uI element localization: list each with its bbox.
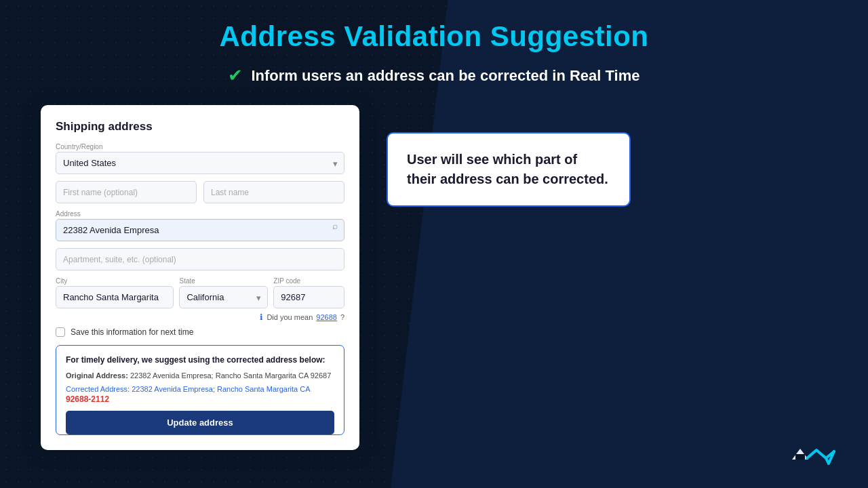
form-card: Shipping address Country/Region United S…: [41, 105, 359, 450]
city-input[interactable]: [56, 286, 174, 308]
last-name-group: [203, 181, 344, 203]
last-name-input[interactable]: [203, 181, 344, 203]
save-checkbox[interactable]: [56, 327, 65, 337]
country-field-group: Country/Region United States: [56, 143, 344, 174]
corrected-address-line: Corrected Address: 22382 Avenida Empresa…: [66, 385, 334, 393]
did-you-mean-zip-link[interactable]: 92688: [316, 313, 337, 321]
corrected-address-value: 22382 Avenida Empresa; Rancho Santa Marg…: [132, 385, 310, 393]
apartment-field-group: [56, 248, 344, 270]
search-icon: ⌕: [332, 220, 338, 231]
zip-input[interactable]: [273, 286, 344, 308]
address-field-wrapper: Address ⌕: [56, 210, 344, 241]
info-icon: ℹ: [260, 312, 263, 322]
city-label: City: [56, 277, 174, 285]
subtitle-text: Inform users an address can be corrected…: [251, 67, 639, 85]
main-row: Shipping address Country/Region United S…: [41, 105, 827, 450]
callout-text: User will see which part of their addres…: [407, 152, 608, 186]
country-label: Country/Region: [56, 143, 344, 150]
first-name-input[interactable]: [56, 181, 197, 203]
state-label: State: [179, 277, 268, 285]
original-address: Original Address: 22382 Avenida Empresa;…: [66, 371, 334, 380]
right-side: User will see which part of their addres…: [380, 105, 827, 207]
state-select-wrapper: California: [179, 286, 268, 308]
page-title: Address Validation Suggestion: [41, 20, 827, 53]
did-you-mean-row: ℹ Did you mean 92688?: [56, 312, 344, 322]
subtitle-row: ✔ Inform users an address can be correct…: [41, 65, 827, 86]
city-state-zip-row: City State California ZIP code: [56, 277, 344, 308]
original-address-label: Original Address:: [66, 371, 128, 380]
callout-box: User will see which part of their addres…: [387, 132, 631, 207]
city-field-group: City: [56, 277, 174, 308]
address-input[interactable]: [56, 219, 344, 241]
zip-field-group: ZIP code: [273, 277, 344, 308]
corrected-address-label: Corrected Address:: [66, 385, 130, 393]
original-address-value: 22382 Avenida Empresa; Rancho Santa Marg…: [130, 371, 331, 380]
corrected-zipcode: 92688-2112: [66, 394, 334, 404]
name-row: [56, 181, 344, 203]
state-field-group: State California: [179, 277, 268, 308]
suggestion-header: For timely delivery, we suggest using th…: [66, 355, 334, 365]
did-you-mean-suffix: ?: [340, 313, 344, 321]
save-label: Save this information for next time: [71, 327, 193, 337]
did-you-mean-text: Did you mean: [267, 313, 313, 321]
checkmark-icon: ✔: [228, 65, 243, 86]
state-select[interactable]: California: [179, 286, 268, 308]
suggestion-box: For timely delivery, we suggest using th…: [56, 345, 344, 435]
first-name-group: [56, 181, 197, 203]
country-select[interactable]: United States: [56, 152, 344, 174]
address-label: Address: [56, 210, 344, 218]
update-address-button[interactable]: Update address: [66, 411, 334, 434]
zip-label: ZIP code: [273, 277, 344, 285]
apartment-input[interactable]: [56, 248, 344, 270]
form-title: Shipping address: [56, 120, 344, 134]
country-select-wrapper: United States: [56, 152, 344, 174]
save-row: Save this information for next time: [56, 327, 344, 337]
